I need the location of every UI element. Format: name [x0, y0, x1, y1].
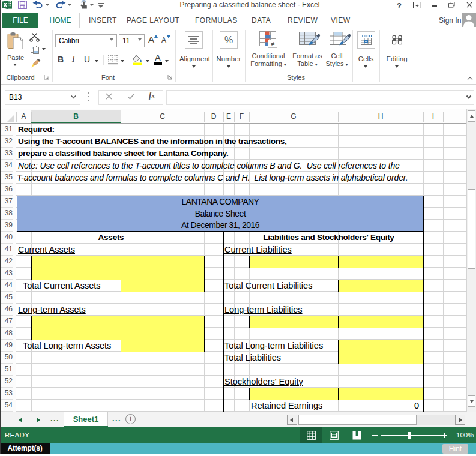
svg-text:≠: ≠	[271, 40, 274, 47]
